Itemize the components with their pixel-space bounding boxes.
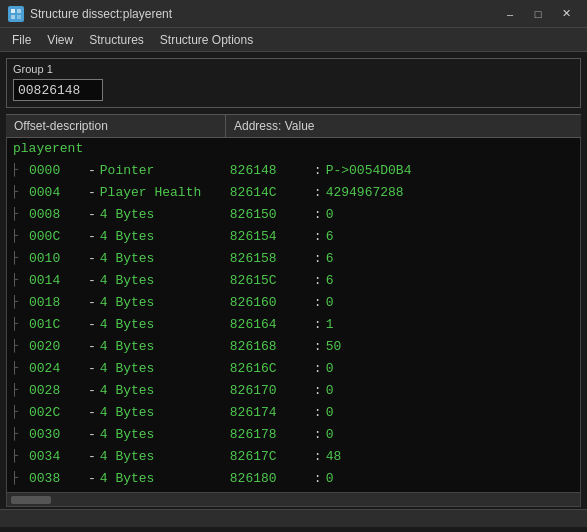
row-description: 4 Bytes xyxy=(100,251,220,266)
row-address: 826178 xyxy=(230,427,310,442)
col-address-header: Address: Value xyxy=(226,115,581,137)
row-value: 0 xyxy=(326,207,334,222)
row-offset: 0024 xyxy=(29,361,84,376)
row-value: 1 xyxy=(326,317,334,332)
row-description: 4 Bytes xyxy=(100,229,220,244)
tree-icon: ├ xyxy=(11,471,29,485)
tree-icon: ├ xyxy=(11,207,29,221)
row-offset: 001C xyxy=(29,317,84,332)
row-offset: 0034 xyxy=(29,449,84,464)
row-value: 0 xyxy=(326,471,334,486)
tree-icon: ├ xyxy=(11,317,29,331)
row-value: 4294967288 xyxy=(326,185,404,200)
row-address: 826174 xyxy=(230,405,310,420)
row-description: 4 Bytes xyxy=(100,273,220,288)
table-row: ├ 0004 - Player Health 82614C : 42949672… xyxy=(7,181,580,203)
row-value: 0 xyxy=(326,361,334,376)
row-value: 6 xyxy=(326,229,334,244)
tree-icon: ├ xyxy=(11,163,29,177)
row-value: P->0054D0B4 xyxy=(326,163,412,178)
tree-icon: ├ xyxy=(11,427,29,441)
table-row: ├ 0018 - 4 Bytes 826160 : 0 xyxy=(7,291,580,313)
menu-view[interactable]: View xyxy=(39,28,81,51)
row-address: 826168 xyxy=(230,339,310,354)
row-value: 6 xyxy=(326,251,334,266)
table-row: ├ 0028 - 4 Bytes 826170 : 0 xyxy=(7,379,580,401)
root-label: playerent xyxy=(7,138,580,159)
tree-icon: ├ xyxy=(11,295,29,309)
menu-structure-options[interactable]: Structure Options xyxy=(152,28,261,51)
row-address: 826158 xyxy=(230,251,310,266)
row-offset: 0014 xyxy=(29,273,84,288)
table-row: ├ 003C - 4 Bytes 826184 : 0 xyxy=(7,489,580,493)
row-value: 0 xyxy=(326,383,334,398)
row-address: 826148 xyxy=(230,163,310,178)
tree-icon: ├ xyxy=(11,251,29,265)
svg-rect-1 xyxy=(17,9,21,13)
row-address: 82614C xyxy=(230,185,310,200)
hscrollbar-thumb[interactable] xyxy=(11,496,51,504)
row-address: 826154 xyxy=(230,229,310,244)
table-row: ├ 0020 - 4 Bytes 826168 : 50 xyxy=(7,335,580,357)
maximize-button[interactable]: □ xyxy=(525,4,551,24)
group-section: Group 1 xyxy=(6,58,581,108)
row-description: Pointer xyxy=(100,163,220,178)
row-offset: 0020 xyxy=(29,339,84,354)
row-description: 4 Bytes xyxy=(100,207,220,222)
horizontal-scrollbar[interactable] xyxy=(6,493,581,507)
row-offset: 002C xyxy=(29,405,84,420)
row-description: 4 Bytes xyxy=(100,317,220,332)
row-description: 4 Bytes xyxy=(100,449,220,464)
row-address: 82617C xyxy=(230,449,310,464)
row-offset: 0000 xyxy=(29,163,84,178)
row-offset: 003C xyxy=(29,493,84,494)
row-address: 826170 xyxy=(230,383,310,398)
row-offset: 0018 xyxy=(29,295,84,310)
menu-file[interactable]: File xyxy=(4,28,39,51)
row-offset: 0030 xyxy=(29,427,84,442)
row-description: 4 Bytes xyxy=(100,405,220,420)
tree-icon: ├ xyxy=(11,273,29,287)
row-description: 4 Bytes xyxy=(100,427,220,442)
tree-icon: ├ xyxy=(11,185,29,199)
table-row: ├ 0030 - 4 Bytes 826178 : 0 xyxy=(7,423,580,445)
row-value: 48 xyxy=(326,449,342,464)
table-row: ├ 000C - 4 Bytes 826154 : 6 xyxy=(7,225,580,247)
table-row: ├ 0000 - Pointer 826148 : P->0054D0B4 xyxy=(7,159,580,181)
table-header: Offset-description Address: Value xyxy=(6,114,581,138)
row-description: Player Health xyxy=(100,185,220,200)
row-value: 0 xyxy=(326,295,334,310)
row-offset: 000C xyxy=(29,229,84,244)
row-address: 82615C xyxy=(230,273,310,288)
table-row: ├ 0008 - 4 Bytes 826150 : 0 xyxy=(7,203,580,225)
tree-icon: ├ xyxy=(11,383,29,397)
minimize-button[interactable]: – xyxy=(497,4,523,24)
tree-icon: ├ xyxy=(11,405,29,419)
row-offset: 0008 xyxy=(29,207,84,222)
row-address: 826184 xyxy=(230,493,310,494)
row-description: 4 Bytes xyxy=(100,361,220,376)
svg-rect-0 xyxy=(11,9,15,13)
row-value: 0 xyxy=(326,405,334,420)
table-row: ├ 001C - 4 Bytes 826164 : 1 xyxy=(7,313,580,335)
close-button[interactable]: ✕ xyxy=(553,4,579,24)
group-input[interactable] xyxy=(13,79,103,101)
row-address: 826160 xyxy=(230,295,310,310)
row-value: 50 xyxy=(326,339,342,354)
row-address: 826150 xyxy=(230,207,310,222)
row-offset: 0004 xyxy=(29,185,84,200)
row-value: 0 xyxy=(326,427,334,442)
row-address: 826180 xyxy=(230,471,310,486)
table-row: ├ 0038 - 4 Bytes 826180 : 0 xyxy=(7,467,580,489)
app-icon xyxy=(8,6,24,22)
window-title: Structure dissect:playerent xyxy=(30,7,172,21)
window-controls: – □ ✕ xyxy=(497,4,579,24)
row-value: 6 xyxy=(326,273,334,288)
row-description: 4 Bytes xyxy=(100,339,220,354)
statusbar xyxy=(0,509,587,527)
data-container[interactable]: playerent ├ 0000 - Pointer 826148 : P->0… xyxy=(6,138,581,493)
menubar: File View Structures Structure Options xyxy=(0,28,587,52)
row-offset: 0028 xyxy=(29,383,84,398)
table-row: ├ 0010 - 4 Bytes 826158 : 6 xyxy=(7,247,580,269)
menu-structures[interactable]: Structures xyxy=(81,28,152,51)
